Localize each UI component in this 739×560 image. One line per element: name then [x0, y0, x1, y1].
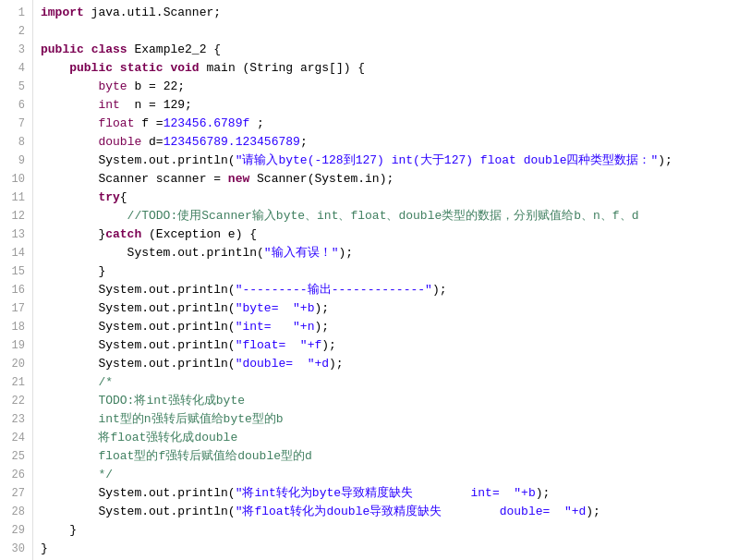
token-plain: d= [141, 135, 163, 149]
token-kw2: float [98, 116, 134, 130]
token-plain [41, 79, 98, 93]
line-number: 7 [4, 115, 25, 133]
token-plain: n = 129; [120, 98, 192, 112]
token-comment: 将float强转化成double [41, 431, 237, 444]
line-number: 15 [4, 262, 25, 281]
token-plain: System.out.println( [41, 283, 236, 297]
line-number: 24 [4, 429, 25, 447]
code-line: }catch (Exception e) { [41, 225, 732, 244]
token-str: int= "+b [470, 486, 535, 500]
token-kw2: double [98, 135, 141, 149]
code-line: System.out.println("double= "+d); [41, 355, 732, 373]
token-plain: ); [536, 486, 551, 500]
line-number: 20 [4, 355, 25, 373]
token-comment: TODO:将int强转化成byte [41, 394, 245, 408]
line-numbers: 1234567891011121314151617181920212223242… [0, 0, 33, 560]
code-line: } [41, 262, 732, 281]
line-number: 11 [4, 189, 25, 207]
line-number: 30 [4, 540, 25, 558]
line-number: 21 [4, 373, 25, 392]
token-plain [41, 61, 69, 75]
line-number: 16 [4, 281, 25, 299]
code-line: float f =123456.6789f ; [41, 115, 732, 133]
code-line: public class Example2_2 { [41, 41, 732, 59]
token-str: "---------输出-------------" [236, 283, 432, 297]
line-number: 1 [4, 4, 25, 22]
token-plain: System.out.println( [41, 320, 236, 334]
line-number: 3 [4, 41, 25, 59]
token-plain [413, 486, 470, 500]
line-number: 23 [4, 410, 25, 429]
token-str: "将float转化为double导致精度缺失 [236, 505, 442, 518]
line-number: 6 [4, 96, 25, 115]
token-plain: } [41, 264, 105, 278]
line-number: 14 [4, 244, 25, 262]
token-kw: new [228, 172, 249, 186]
token-kw: try [98, 190, 119, 204]
code-area[interactable]: import java.util.Scanner; public class E… [33, 0, 739, 560]
token-str: double= "+d [500, 505, 587, 518]
token-plain: ; [300, 135, 308, 149]
token-kw2: byte [98, 79, 127, 93]
line-number: 5 [4, 78, 25, 96]
code-line: //TODO:使用Scanner输入byte、int、float、double类… [41, 207, 732, 225]
token-plain: { [120, 190, 127, 204]
token-plain: System.out.println( [41, 486, 236, 500]
token-plain: ); [338, 246, 353, 260]
code-line: int n = 129; [41, 96, 732, 115]
code-line: double d=123456789.123456789; [41, 133, 732, 152]
token-comment: /* [98, 375, 113, 389]
token-kw: public [69, 61, 113, 75]
token-plain [442, 505, 499, 518]
code-line: System.out.println("输入有误！"); [41, 244, 732, 262]
code-line: float型的f强转后赋值给double型的d [41, 447, 732, 466]
token-plain: Example2_2 { [127, 43, 221, 56]
token-str: "请输入byte(-128到127) int(大于127) float doub… [236, 153, 659, 167]
token-str: "将int转化为byte导致精度缺失 [236, 486, 413, 500]
line-number: 12 [4, 207, 25, 225]
code-line: } [41, 521, 732, 540]
line-number: 27 [4, 484, 25, 503]
code-line: System.out.println("byte= "+b); [41, 299, 732, 318]
code-line: System.out.println("int= "+n); [41, 318, 732, 336]
token-plain [41, 135, 98, 149]
token-plain: ); [432, 283, 447, 297]
code-line [41, 22, 732, 41]
token-plain: System.out.println( [41, 357, 236, 371]
line-number: 29 [4, 521, 25, 540]
line-number: 19 [4, 336, 25, 355]
token-comment: int型的n强转后赋值给byte型的b [41, 412, 284, 426]
token-kw: catch [105, 227, 141, 241]
token-str: "int= "+n [236, 320, 315, 334]
token-plain: System.out.println( [41, 153, 236, 167]
token-plain: ); [658, 153, 672, 167]
line-number: 25 [4, 447, 25, 466]
token-plain: System.out.println( [41, 338, 236, 352]
token-kw: import [41, 6, 84, 19]
line-number: 4 [4, 59, 25, 78]
token-plain: b = 22; [127, 79, 185, 93]
token-plain: f = [134, 116, 163, 130]
token-kw: void [170, 61, 199, 75]
token-plain: Scanner(System.in); [249, 172, 394, 186]
token-plain [41, 190, 98, 204]
token-str: 123456789.123456789 [164, 135, 300, 149]
token-plain: } [41, 523, 77, 537]
line-number: 9 [4, 152, 25, 170]
code-line: */ [41, 466, 732, 484]
token-plain: } [41, 542, 48, 555]
code-line: System.out.println("将int转化为byte导致精度缺失 in… [41, 484, 732, 503]
token-plain: ); [314, 301, 329, 315]
token-str: "输入有误！" [264, 246, 339, 260]
token-plain [41, 98, 98, 112]
token-plain: ); [329, 357, 344, 371]
code-line: System.out.println("请输入byte(-128到127) in… [41, 152, 732, 170]
line-number: 22 [4, 392, 25, 410]
token-str: "byte= "+b [236, 301, 315, 315]
code-line: int型的n强转后赋值给byte型的b [41, 410, 732, 429]
token-plain [41, 375, 98, 389]
line-number: 8 [4, 133, 25, 152]
token-kw: static [120, 61, 164, 75]
token-plain: (Exception e) { [141, 227, 257, 241]
token-plain: main (String args[]) { [200, 61, 365, 75]
